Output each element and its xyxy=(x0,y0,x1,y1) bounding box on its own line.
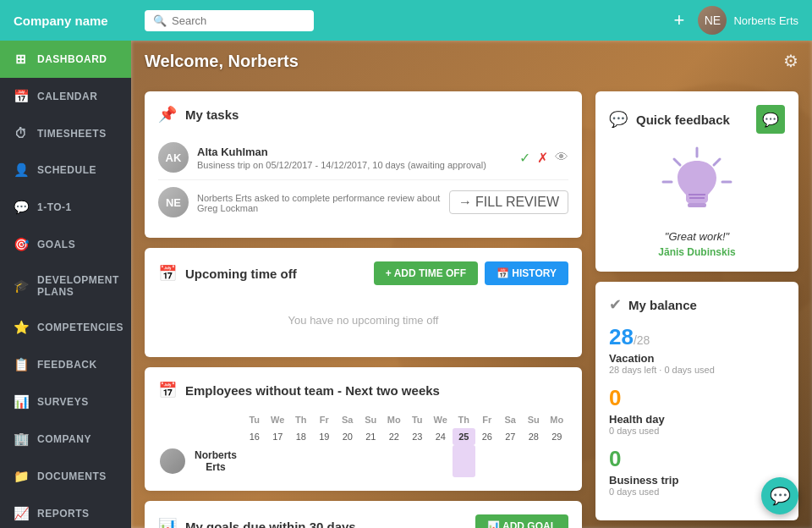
day-num-28: 28 xyxy=(522,428,546,445)
day-header-tu2: Tu xyxy=(406,411,430,428)
sidebar-item-company[interactable]: 🏢 COMPANY xyxy=(0,421,131,458)
sidebar-item-label: SURVEYS xyxy=(37,396,89,408)
settings-icon[interactable]: ⚙ xyxy=(783,51,798,71)
sidebar-item-label: CALENDAR xyxy=(37,91,97,102)
task-info: Alta Kuhlman Business trip on 05/12/2017… xyxy=(197,146,511,170)
sidebar-item-calendar[interactable]: 📅 CALENDAR xyxy=(0,78,131,115)
task-description: Business trip on 05/12/2017 - 14/12/2017… xyxy=(197,160,511,170)
avatar: NE xyxy=(698,6,727,35)
documents-icon: 📁 xyxy=(14,469,29,484)
day-header-we1: We xyxy=(266,411,290,428)
top-nav: Company name 🔍 + NE Norberts Erts xyxy=(0,0,812,41)
search-box[interactable]: 🔍 xyxy=(145,10,314,31)
main-layout: ⊞ DASHBOARD 📅 CALENDAR ⏱ TIMESHEETS 👤 SC… xyxy=(0,41,812,528)
day-cell xyxy=(475,445,499,477)
right-column: 💬 Quick feedback 💬 xyxy=(595,91,798,528)
balance-item-health: 0 Health day 0 days used xyxy=(609,385,785,436)
sidebar-item-schedule[interactable]: 👤 SCHEDULE xyxy=(0,151,131,189)
sidebar-item-1to1[interactable]: 💬 1-TO-1 xyxy=(0,189,131,226)
vacation-out-of: /28 xyxy=(634,333,650,347)
sidebar-item-label: DOCUMENTS xyxy=(37,470,107,482)
timeoff-calendar-icon: 📅 xyxy=(158,264,177,283)
balance-icon: ✔ xyxy=(609,295,622,314)
day-num-20: 20 xyxy=(336,428,359,445)
day-header-su1: Su xyxy=(359,411,383,428)
add-button[interactable]: + xyxy=(674,11,685,30)
my-goals-card: 📊 My goals due within 30 days 📊 ADD GOAL xyxy=(145,501,582,528)
calendar-header-row: Tu We Th Fr Sa Su Mo Tu We Th xyxy=(158,411,568,428)
day-cell xyxy=(266,445,290,477)
sidebar-item-label: COMPANY xyxy=(37,433,91,445)
calendar-table: Tu We Th Fr Sa Su Mo Tu We Th xyxy=(158,411,568,477)
employees-icon: 📅 xyxy=(158,381,177,399)
vacation-value: 28 xyxy=(609,324,634,349)
sidebar-item-devplans[interactable]: 🎓 DEVELOPMENT PLANS xyxy=(0,263,131,309)
sidebar-item-documents[interactable]: 📁 DOCUMENTS xyxy=(0,458,131,495)
reject-icon[interactable]: ✗ xyxy=(537,150,548,166)
day-cell xyxy=(289,445,313,477)
task-description: Norberts Erts asked to complete performa… xyxy=(197,193,441,213)
sidebar-item-surveys[interactable]: 📊 SURVEYS xyxy=(0,383,131,421)
search-input[interactable] xyxy=(172,14,305,27)
sidebar-item-reports[interactable]: 📈 REPORTS xyxy=(0,495,131,528)
history-button[interactable]: 📅 HISTORY xyxy=(485,261,568,285)
health-sub: 0 days used xyxy=(609,426,785,436)
business-value: 0 xyxy=(609,446,621,471)
sidebar-item-dashboard[interactable]: ⊞ DASHBOARD xyxy=(0,41,131,78)
add-goal-button[interactable]: 📊 ADD GOAL xyxy=(475,514,568,528)
quick-feedback-action-button[interactable]: 💬 xyxy=(756,105,785,134)
timeoff-empty-message: You have no upcoming time off xyxy=(158,297,568,344)
chat-button[interactable]: 💬 xyxy=(761,477,798,514)
sidebar-item-goals[interactable]: 🎯 GOALS xyxy=(0,226,131,263)
day-cell xyxy=(382,445,406,477)
sidebar-item-feedback[interactable]: 📋 FEEDBACK xyxy=(0,346,131,383)
task-info: Norberts Erts asked to complete performa… xyxy=(197,191,441,213)
feedback-chat-icon: 💬 xyxy=(609,110,628,129)
fill-review-button[interactable]: → FILL REVIEW xyxy=(449,190,568,214)
day-num-16: 16 xyxy=(243,428,266,445)
day-num-25: 25 xyxy=(453,428,476,445)
table-row: AK Alta Kuhlman Business trip on 05/12/2… xyxy=(158,135,568,180)
day-num-19: 19 xyxy=(313,428,337,445)
brand-name: Company name xyxy=(14,14,145,28)
time-off-card: 📅 Upcoming time off + ADD TIME OFF 📅 HIS… xyxy=(145,248,582,357)
add-time-off-button[interactable]: + ADD TIME OFF xyxy=(374,261,478,285)
avatar: NE xyxy=(158,187,189,217)
day-num-29: 29 xyxy=(546,428,569,445)
my-balance-header: ✔ My balance xyxy=(609,295,785,314)
goals-card-icon: 📊 xyxy=(158,517,177,528)
view-icon[interactable]: 👁 xyxy=(555,150,568,165)
employees-header: 📅 Employees without team - Next two week… xyxy=(158,381,568,399)
sidebar-item-timesheets[interactable]: ⏱ TIMESHEETS xyxy=(0,115,131,151)
svg-line-1 xyxy=(714,159,720,165)
my-goals-header: 📊 My goals due within 30 days 📊 ADD GOAL xyxy=(158,514,568,528)
task-actions: ✓ ✗ 👁 xyxy=(519,150,568,166)
approve-icon[interactable]: ✓ xyxy=(519,150,530,166)
timesheets-icon: ⏱ xyxy=(14,126,29,140)
day-cell xyxy=(522,445,546,477)
sidebar-item-label: REPORTS xyxy=(37,508,90,520)
day-header-sa1: Sa xyxy=(336,411,359,428)
day-header-th2: Th xyxy=(453,411,476,428)
table-row: Norberts Erts xyxy=(158,445,568,477)
quick-feedback-header: 💬 Quick feedback 💬 xyxy=(609,105,785,134)
employee-avatar xyxy=(160,448,185,474)
balance-item-vacation: 28/28 Vacation 28 days left · 0 days use… xyxy=(609,324,785,375)
balance-item-business: 0 Business trip 0 days used xyxy=(609,446,785,497)
user-menu[interactable]: NE Norberts Erts xyxy=(698,6,798,35)
day-num-23: 23 xyxy=(406,428,430,445)
dashboard-icon: ⊞ xyxy=(14,52,29,67)
employees-title: Employees without team - Next two weeks xyxy=(185,383,568,398)
day-cell xyxy=(499,445,523,477)
vacation-label: Vacation xyxy=(609,352,785,365)
sidebar-item-competencies[interactable]: ⭐ COMPETENCIES xyxy=(0,309,131,346)
calendar-grid: Tu We Th Fr Sa Su Mo Tu We Th xyxy=(158,411,568,477)
calendar-icon: 📅 xyxy=(14,89,29,104)
day-header-th1: Th xyxy=(289,411,313,428)
vacation-number: 28/28 xyxy=(609,324,785,350)
day-num-26: 26 xyxy=(475,428,499,445)
avatar: AK xyxy=(158,142,189,173)
employees-card: 📅 Employees without team - Next two week… xyxy=(145,367,582,491)
day-cell xyxy=(336,445,359,477)
my-tasks-header: 📌 My tasks xyxy=(158,105,568,124)
